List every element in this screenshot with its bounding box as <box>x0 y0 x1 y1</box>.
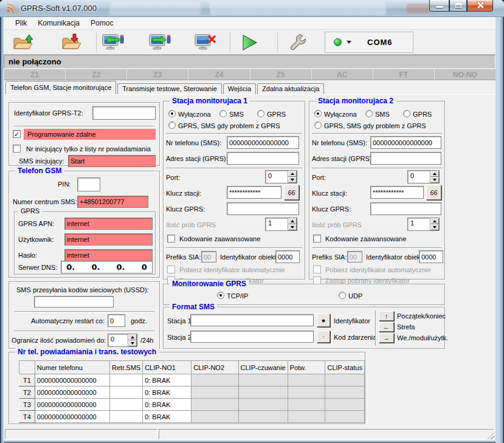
tcp-ip-radio[interactable] <box>217 292 224 299</box>
station1-mode-mixed-radio[interactable] <box>168 122 176 129</box>
maximize-button[interactable] <box>449 0 467 12</box>
disconnect-device-button[interactable] <box>192 32 219 53</box>
station2-key-input[interactable] <box>370 186 424 199</box>
clip-no1-cell[interactable]: 0: BRAK <box>143 386 192 399</box>
udp-radio[interactable] <box>339 292 346 299</box>
station1-reveal-key-button[interactable]: 66 <box>284 185 299 200</box>
event-code-dot-button[interactable]: · <box>317 331 330 343</box>
read-from-device-button[interactable] <box>100 32 126 53</box>
input-module-user-button[interactable]: → <box>379 333 394 343</box>
station2-phone-input[interactable] <box>370 136 441 149</box>
spinner-up-button[interactable] <box>430 218 439 224</box>
station2-mode-gprs-radio[interactable] <box>403 110 410 117</box>
row-header-t4[interactable]: T4 <box>19 411 35 423</box>
spinner-up-button[interactable] <box>430 171 439 177</box>
phone-number-cell[interactable]: 0000000000000000 <box>35 399 109 411</box>
minimize-button[interactable] <box>429 0 449 12</box>
menu-komunikacja[interactable]: Komunikacja <box>32 18 85 29</box>
phone-number-cell[interactable]: 0000000000000000 <box>35 411 109 423</box>
start-button[interactable] <box>236 32 263 53</box>
tab-transmisje-testowe[interactable]: Transmisje testowe, Sterowanie <box>117 83 222 94</box>
gprs-password-input[interactable] <box>64 249 153 261</box>
spinner-down-button[interactable] <box>128 340 137 346</box>
notification-phones-title: Nr tel. powiadamiania i trans. testowych <box>15 348 159 356</box>
station2-address-input[interactable] <box>370 152 441 165</box>
station2-gprs-key-input[interactable] <box>370 202 441 215</box>
gprs-user-input[interactable] <box>64 233 153 246</box>
clip-no1-cell[interactable]: 0: BRAK <box>143 374 192 386</box>
com-port-selector[interactable]: COM6 <box>325 32 413 53</box>
station1-key-input[interactable] <box>227 186 281 199</box>
sms-center-input[interactable] <box>77 196 148 208</box>
tab-zdalna-aktualizacja[interactable]: Zdalna aktualizacja <box>257 83 324 94</box>
station1-key-label: Klucz stacji: <box>166 190 201 197</box>
station1-address-input[interactable] <box>227 152 299 165</box>
station2-reveal-key-button[interactable]: 66 <box>426 185 441 200</box>
dns-server-input[interactable] <box>61 261 153 273</box>
station1-gprs-key-input[interactable] <box>227 202 299 215</box>
station2-mode-mixed-radio[interactable] <box>314 122 322 129</box>
station1-object-id-input[interactable] <box>275 250 300 263</box>
remote-programming-checkbox[interactable]: ✓ <box>13 130 21 138</box>
tab-telefon-gsm-stacje[interactable]: Telefon GSM, Stacje monitorujące <box>5 81 116 94</box>
phone-number-cell[interactable]: 0000000000000000 <box>35 374 109 386</box>
row-header-t1[interactable]: T1 <box>19 374 35 386</box>
phone-number-cell[interactable]: 0000000000000000 <box>35 386 109 399</box>
init-number-checkbox[interactable] <box>13 145 21 153</box>
retr-sms-cell[interactable] <box>110 374 143 386</box>
station1-advanced-encoding-checkbox[interactable] <box>167 235 175 242</box>
save-file-button[interactable] <box>58 32 85 53</box>
status-panel-right <box>159 429 494 439</box>
spinner-up-button[interactable] <box>128 334 137 340</box>
apn-input[interactable] <box>64 218 153 230</box>
auto-restart-input[interactable] <box>108 314 125 327</box>
station1-port-spinner[interactable]: 0 <box>265 170 297 184</box>
clip-no1-cell[interactable]: 0: BRAK <box>143 411 192 423</box>
sms-init-input[interactable] <box>68 155 156 167</box>
partition-button[interactable]: ← <box>379 322 394 332</box>
station2-port-spinner[interactable]: 0 <box>407 170 440 184</box>
close-icon <box>477 2 484 9</box>
row-header-t2[interactable]: T2 <box>19 386 35 399</box>
station2-object-id-input[interactable] <box>419 250 443 263</box>
format-station2-input[interactable] <box>190 331 314 343</box>
begin-end-button[interactable]: ↑ <box>379 311 394 321</box>
station2-mode-sms-radio[interactable] <box>365 110 373 117</box>
spinner-down-button[interactable] <box>288 224 297 230</box>
gprs-t2-id-input[interactable] <box>92 106 156 120</box>
station2-attempts-spinner[interactable]: 1 <box>407 218 440 231</box>
spinner-up-button[interactable] <box>288 218 297 224</box>
station1-mode-gprs-radio[interactable] <box>257 110 264 117</box>
configuration-button[interactable] <box>285 32 311 53</box>
spinner-up-button[interactable] <box>288 171 297 177</box>
menu-plik[interactable]: Plik <box>10 18 32 29</box>
write-to-device-button[interactable] <box>147 32 173 53</box>
spinner-down-button[interactable] <box>430 177 439 183</box>
row-header-t3[interactable]: T3 <box>19 399 35 411</box>
station1-mode-sms-radio[interactable] <box>219 110 227 117</box>
connection-status-text: nie połączono <box>9 57 61 66</box>
station1-mode-off-radio[interactable] <box>168 110 176 117</box>
retr-sms-cell[interactable] <box>110 411 143 423</box>
format-station1-input[interactable] <box>190 314 314 326</box>
title-bar[interactable]: GPRS-Soft v1.07.000 <box>0 0 504 17</box>
retr-sms-cell[interactable] <box>110 399 143 411</box>
clip-no1-cell[interactable]: 0: BRAK <box>143 399 192 411</box>
station1-attempts-spinner[interactable]: 1 <box>265 218 297 231</box>
menu-pomoc[interactable]: Pomoc <box>85 18 119 29</box>
spinner-down-button[interactable] <box>430 224 439 230</box>
ussd-input[interactable] <box>34 296 114 307</box>
station2-advanced-encoding-checkbox[interactable] <box>313 235 321 242</box>
spinner-down-button[interactable] <box>288 177 297 183</box>
station2-mode-off-radio[interactable] <box>314 110 322 117</box>
open-file-button[interactable] <box>10 32 36 53</box>
close-button[interactable] <box>467 0 493 12</box>
limit-notifications-spinner[interactable]: 0 <box>108 334 137 347</box>
pin-input[interactable] <box>77 177 100 191</box>
phones-table: Numer telefonu Retr.SMS CLIP-NO1 CLIP-NO… <box>19 360 365 423</box>
station1-phone-input[interactable] <box>227 136 299 149</box>
station2-attempts-label: Ilość prób GPRS <box>312 221 362 228</box>
tab-wejscia[interactable]: Wejścia <box>223 83 256 94</box>
identifier-dot-button[interactable]: ● <box>317 314 330 327</box>
retr-sms-cell[interactable] <box>110 386 143 399</box>
